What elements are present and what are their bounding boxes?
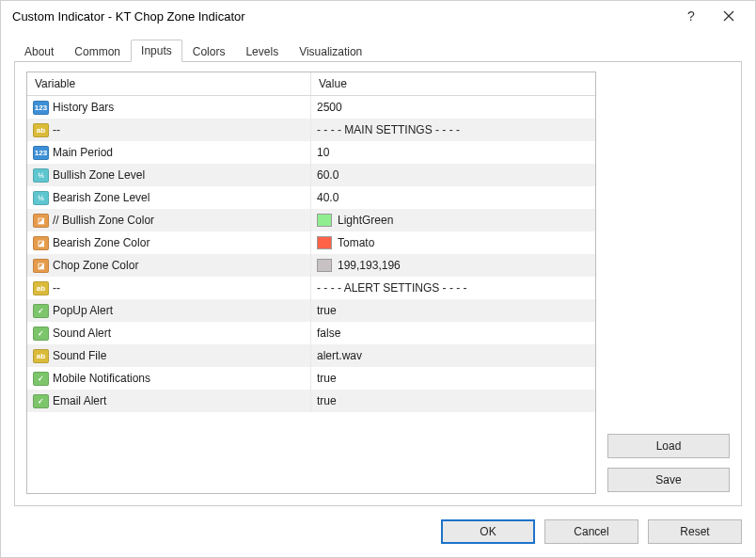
variable-cell: ◪Bearish Zone Color <box>27 231 311 254</box>
tab-inputs[interactable]: Inputs <box>131 40 182 62</box>
color-type-icon: ◪ <box>33 259 49 273</box>
str-type-icon: ab <box>33 349 49 363</box>
color-swatch <box>317 259 332 272</box>
tab-colors[interactable]: Colors <box>182 40 236 62</box>
table-row[interactable]: ½Bullish Zone Level60.0 <box>27 164 595 186</box>
reset-button[interactable]: Reset <box>648 519 742 544</box>
value-cell[interactable]: true <box>311 390 595 412</box>
value-text: true <box>317 372 337 385</box>
variable-cell: 123Main Period <box>27 141 311 164</box>
color-type-icon: ◪ <box>33 236 49 250</box>
cancel-button[interactable]: Cancel <box>544 519 638 544</box>
table-row[interactable]: ✓Email Alerttrue <box>27 390 595 412</box>
variable-name: Main Period <box>53 146 113 159</box>
value-text: false <box>317 327 340 340</box>
table-row[interactable]: ✓Mobile Notificationstrue <box>27 367 595 390</box>
titlebar: Custom Indicator - KT Chop Zone Indicato… <box>1 1 755 31</box>
dbl-type-icon: ½ <box>33 191 49 205</box>
table-row[interactable]: ✓PopUp Alerttrue <box>27 299 595 322</box>
value-cell[interactable]: - - - - ALERT SETTINGS - - - - <box>311 277 595 299</box>
col-header-value[interactable]: Value <box>311 72 595 95</box>
table-row[interactable]: ◪// Bullish Zone ColorLightGreen <box>27 209 595 231</box>
value-cell[interactable]: Tomato <box>311 231 595 254</box>
value-text: 10 <box>317 146 329 159</box>
variable-cell: ab-- <box>27 277 311 299</box>
save-button[interactable]: Save <box>607 468 730 492</box>
variable-cell: ½Bearish Zone Level <box>27 186 311 209</box>
table-row[interactable]: 123History Bars2500 <box>27 96 595 119</box>
table-row[interactable]: ab--- - - - MAIN SETTINGS - - - - <box>27 119 595 141</box>
tab-panel-inputs: Variable Value 123History Bars2500ab--- … <box>14 61 742 506</box>
str-type-icon: ab <box>33 123 49 137</box>
table-row[interactable]: ◪Bearish Zone ColorTomato <box>27 231 595 254</box>
str-type-icon: ab <box>33 281 49 295</box>
table-row[interactable]: ✓Sound Alertfalse <box>27 322 595 344</box>
variable-cell: 123History Bars <box>27 96 311 119</box>
inputs-grid-wrap: Variable Value 123History Bars2500ab--- … <box>26 72 596 494</box>
value-text: - - - - ALERT SETTINGS - - - - <box>317 281 467 295</box>
close-button[interactable] <box>710 1 748 31</box>
value-text: - - - - MAIN SETTINGS - - - - <box>317 123 460 136</box>
tab-about[interactable]: About <box>14 40 64 62</box>
variable-name: PopUp Alert <box>53 304 113 317</box>
value-text: true <box>317 394 337 407</box>
variable-name: Mobile Notifications <box>53 372 150 385</box>
variable-name: Chop Zone Color <box>53 259 138 272</box>
value-cell[interactable]: LightGreen <box>311 209 595 231</box>
variable-cell: ◪Chop Zone Color <box>27 254 311 277</box>
variable-name: // Bullish Zone Color <box>53 214 154 227</box>
value-cell[interactable]: 10 <box>311 141 595 164</box>
dialog-window: Custom Indicator - KT Chop Zone Indicato… <box>0 0 756 558</box>
value-cell[interactable]: 2500 <box>311 96 595 119</box>
variable-name: -- <box>53 281 60 295</box>
table-row[interactable]: 123Main Period10 <box>27 141 595 164</box>
close-icon <box>723 10 734 22</box>
variable-cell: ✓PopUp Alert <box>27 299 311 322</box>
value-cell[interactable]: 40.0 <box>311 186 595 209</box>
help-button[interactable]: ? <box>672 1 710 31</box>
value-text: Tomato <box>338 236 374 249</box>
value-text: true <box>317 304 337 317</box>
tab-visualization[interactable]: Visualization <box>289 40 372 62</box>
value-cell[interactable]: 60.0 <box>311 164 595 186</box>
col-header-variable[interactable]: Variable <box>27 72 311 95</box>
value-cell[interactable]: true <box>311 299 595 322</box>
bool-type-icon: ✓ <box>33 304 49 318</box>
side-buttons: Load Save <box>607 72 730 494</box>
variable-name: Email Alert <box>53 394 106 407</box>
variable-cell: ab-- <box>27 119 311 141</box>
window-title: Custom Indicator - KT Chop Zone Indicato… <box>12 9 672 24</box>
table-row[interactable]: ◪Chop Zone Color199,193,196 <box>27 254 595 277</box>
value-cell[interactable]: 199,193,196 <box>311 254 595 277</box>
content-area: About Common Inputs Colors Levels Visual… <box>1 31 755 519</box>
bool-type-icon: ✓ <box>33 394 49 408</box>
variable-cell: ✓Mobile Notifications <box>27 367 311 390</box>
color-type-icon: ◪ <box>33 214 49 228</box>
table-row[interactable]: ab--- - - - ALERT SETTINGS - - - - <box>27 277 595 299</box>
dbl-type-icon: ½ <box>33 168 49 183</box>
table-row[interactable]: ½Bearish Zone Level40.0 <box>27 186 595 209</box>
variable-name: Bearish Zone Color <box>53 236 150 249</box>
value-cell[interactable]: true <box>311 367 595 390</box>
tab-bar: About Common Inputs Colors Levels Visual… <box>14 37 742 61</box>
load-button[interactable]: Load <box>607 434 730 458</box>
int-type-icon: 123 <box>33 101 49 115</box>
bool-type-icon: ✓ <box>33 327 49 341</box>
value-cell[interactable]: false <box>311 322 595 344</box>
value-text: 199,193,196 <box>338 259 401 272</box>
variable-cell: abSound File <box>27 344 311 367</box>
tab-common[interactable]: Common <box>64 40 131 62</box>
variable-name: Sound Alert <box>53 327 111 340</box>
variable-name: Sound File <box>53 349 106 362</box>
color-swatch <box>317 214 332 227</box>
table-row[interactable]: abSound Filealert.wav <box>27 344 595 367</box>
variable-name: Bullish Zone Level <box>53 168 145 182</box>
value-cell[interactable]: alert.wav <box>311 344 595 367</box>
inputs-grid[interactable]: Variable Value 123History Bars2500ab--- … <box>26 72 596 494</box>
value-text: 2500 <box>317 101 342 114</box>
ok-button[interactable]: OK <box>441 519 535 544</box>
value-cell[interactable]: - - - - MAIN SETTINGS - - - - <box>311 119 595 141</box>
variable-cell: ✓Sound Alert <box>27 322 311 344</box>
variable-cell: ◪// Bullish Zone Color <box>27 209 311 231</box>
tab-levels[interactable]: Levels <box>235 40 289 62</box>
